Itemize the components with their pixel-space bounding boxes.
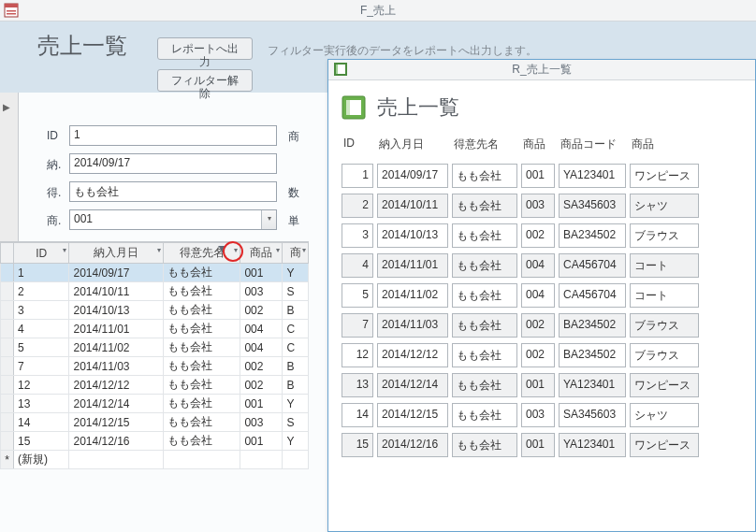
- cell[interactable]: もも会社: [163, 264, 240, 282]
- cell[interactable]: 002: [240, 301, 283, 320]
- cell[interactable]: 2014/12/12: [69, 376, 163, 395]
- field-id[interactable]: 1: [69, 125, 277, 146]
- cell[interactable]: 13: [14, 395, 69, 413]
- cell[interactable]: 002: [240, 376, 283, 395]
- cell[interactable]: もも会社: [163, 301, 240, 320]
- cell[interactable]: S: [283, 413, 309, 432]
- cell[interactable]: 2014/10/13: [69, 301, 163, 320]
- cell[interactable]: 2014/09/17: [69, 264, 163, 282]
- row-selector[interactable]: [1, 357, 14, 376]
- cell[interactable]: 2014/12/16: [69, 432, 163, 451]
- cell[interactable]: 2014/11/02: [69, 338, 163, 357]
- report-cell: 2014/11/02: [377, 283, 448, 308]
- cell[interactable]: 003: [240, 413, 283, 432]
- column-header[interactable]: 商▾: [283, 243, 309, 264]
- column-header[interactable]: ID▾: [14, 243, 69, 264]
- table-row[interactable]: 12014/09/17もも会社001Y: [1, 264, 309, 282]
- row-selector[interactable]: [1, 413, 14, 432]
- cell[interactable]: 5: [14, 338, 69, 357]
- column-header[interactable]: 得意先名▾: [163, 243, 240, 264]
- field-date[interactable]: 2014/09/17: [69, 153, 277, 174]
- cell[interactable]: 15: [14, 432, 69, 451]
- table-row[interactable]: 132014/12/14もも会社001Y: [1, 395, 309, 413]
- column-dropdown-icon[interactable]: ▾: [157, 246, 161, 254]
- cell[interactable]: Y: [283, 395, 309, 413]
- row-selector[interactable]: [1, 376, 14, 395]
- cell[interactable]: C: [283, 320, 309, 338]
- cell[interactable]: 003: [240, 282, 283, 301]
- new-row[interactable]: *(新規): [1, 451, 309, 469]
- dropdown-icon[interactable]: ▾: [261, 210, 276, 229]
- cell[interactable]: S: [283, 282, 309, 301]
- cell[interactable]: B: [283, 357, 309, 376]
- table-row[interactable]: 42014/11/01もも会社004C: [1, 320, 309, 338]
- table-row[interactable]: 52014/11/02もも会社004C: [1, 338, 309, 357]
- cell[interactable]: 4: [14, 320, 69, 338]
- cell[interactable]: 12: [14, 376, 69, 395]
- cell[interactable]: 2014/12/14: [69, 395, 163, 413]
- form-icon: [4, 3, 19, 18]
- cell[interactable]: 2: [14, 282, 69, 301]
- column-header[interactable]: 商品▾: [240, 243, 283, 264]
- cell[interactable]: もも会社: [163, 282, 240, 301]
- cell[interactable]: [283, 451, 309, 469]
- cell[interactable]: B: [283, 376, 309, 395]
- cell[interactable]: 2014/12/15: [69, 413, 163, 432]
- column-header[interactable]: 納入月日▾: [69, 243, 163, 264]
- cell[interactable]: 001: [240, 432, 283, 451]
- cell[interactable]: [240, 451, 283, 469]
- cell[interactable]: B: [283, 301, 309, 320]
- cell[interactable]: もも会社: [163, 395, 240, 413]
- row-selector[interactable]: [1, 282, 14, 301]
- cell[interactable]: もも会社: [163, 413, 240, 432]
- cell[interactable]: 14: [14, 413, 69, 432]
- table-row[interactable]: 142014/12/15もも会社003S: [1, 413, 309, 432]
- cell[interactable]: 001: [240, 395, 283, 413]
- cell[interactable]: もも会社: [163, 376, 240, 395]
- row-selector[interactable]: [1, 320, 14, 338]
- clear-filter-button[interactable]: フィルター解除: [157, 69, 253, 92]
- cell[interactable]: 7: [14, 357, 69, 376]
- record-selector[interactable]: [0, 93, 19, 242]
- cell[interactable]: [163, 451, 240, 469]
- row-selector[interactable]: [1, 432, 14, 451]
- table-row[interactable]: 22014/10/11もも会社003S: [1, 282, 309, 301]
- field-customer[interactable]: もも会社: [69, 181, 277, 202]
- table-row[interactable]: 32014/10/13もも会社002B: [1, 301, 309, 320]
- table-row[interactable]: 152014/12/16もも会社001Y: [1, 432, 309, 451]
- cell[interactable]: 1: [14, 264, 69, 282]
- cell[interactable]: 001: [240, 264, 283, 282]
- column-dropdown-icon[interactable]: ▾: [63, 246, 66, 254]
- row-selector[interactable]: [1, 338, 14, 357]
- cell[interactable]: 3: [14, 301, 69, 320]
- cell[interactable]: 2014/10/11: [69, 282, 163, 301]
- cell[interactable]: 002: [240, 357, 283, 376]
- label-date: 納.: [47, 157, 61, 173]
- cell[interactable]: もも会社: [163, 320, 240, 338]
- table-row[interactable]: 72014/11/03もも会社002B: [1, 357, 309, 376]
- cell[interactable]: もも会社: [163, 432, 240, 451]
- report-window-titlebar[interactable]: R_売上一覧: [328, 60, 755, 80]
- row-selector[interactable]: [1, 301, 14, 320]
- cell[interactable]: もも会社: [163, 357, 240, 376]
- row-selector[interactable]: [1, 264, 14, 282]
- cell[interactable]: Y: [283, 264, 309, 282]
- field-product[interactable]: 001▾: [69, 209, 277, 230]
- cell[interactable]: もも会社: [163, 338, 240, 357]
- cell[interactable]: 2014/11/03: [69, 357, 163, 376]
- cell[interactable]: 2014/11/01: [69, 320, 163, 338]
- table-row[interactable]: 122014/12/12もも会社002B: [1, 376, 309, 395]
- cell[interactable]: 004: [240, 320, 283, 338]
- cell[interactable]: [69, 451, 163, 469]
- export-report-button[interactable]: レポートへ出力: [157, 37, 253, 60]
- column-dropdown-icon[interactable]: ▾: [276, 246, 280, 254]
- cell[interactable]: Y: [283, 432, 309, 451]
- datasheet[interactable]: ID▾納入月日▾得意先名▾商品▾商▾12014/09/17もも会社001Y220…: [0, 241, 309, 469]
- helper-text: フィルター実行後のデータをレポートへ出力します。: [268, 43, 537, 59]
- column-dropdown-icon[interactable]: ▾: [302, 246, 306, 254]
- column-dropdown-icon[interactable]: ▾: [234, 246, 238, 254]
- row-selector[interactable]: [1, 395, 14, 413]
- datasheet-corner[interactable]: [1, 243, 14, 264]
- cell[interactable]: 004: [240, 338, 283, 357]
- cell[interactable]: C: [283, 338, 309, 357]
